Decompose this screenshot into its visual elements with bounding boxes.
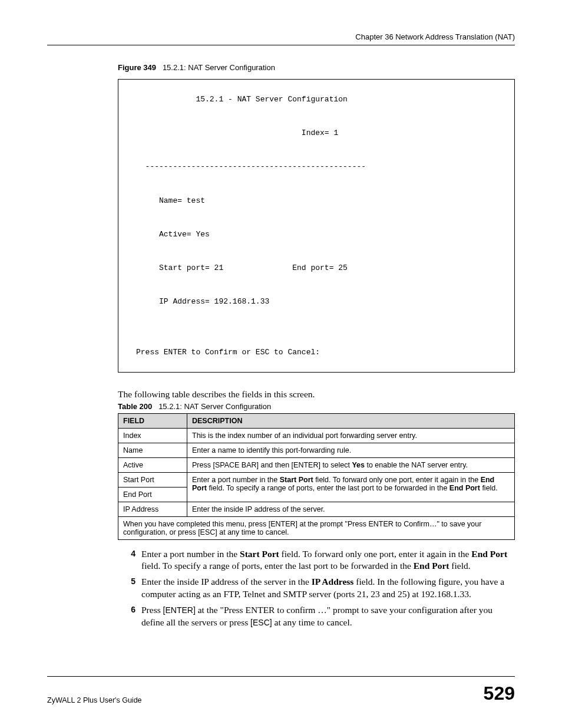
page: Chapter 36 Network Address Translation (… bbox=[0, 0, 562, 728]
col-header-description: DESCRIPTION bbox=[187, 413, 515, 428]
table-row: Active Press [SPACE BAR] and then [ENTER… bbox=[118, 457, 515, 472]
cell-desc: Enter a name to identify this port-forwa… bbox=[187, 443, 515, 457]
step-item: 4 Enter a port number in the Start Port … bbox=[118, 548, 515, 573]
cell-desc: This is the index number of an individua… bbox=[187, 428, 515, 443]
cell-field: Index bbox=[118, 428, 187, 443]
cell-desc: Enter the inside IP address of the serve… bbox=[187, 502, 515, 516]
table-footer-row: When you have completed this menu, press… bbox=[118, 516, 515, 539]
step-number: 4 bbox=[118, 548, 141, 573]
table-row: Index This is the index number of an ind… bbox=[118, 428, 515, 443]
terminal-screen: 15.2.1 - NAT Server Configuration Index=… bbox=[118, 79, 515, 373]
table-intro-text: The following table describes the fields… bbox=[118, 389, 515, 400]
cell-field: Start Port bbox=[118, 472, 187, 487]
table-caption: Table 200 15.2.1: NAT Server Configurati… bbox=[118, 402, 515, 411]
table-header-row: FIELD DESCRIPTION bbox=[118, 413, 515, 428]
chapter-heading: Chapter 36 Network Address Translation (… bbox=[47, 32, 515, 41]
step-text: Enter the inside IP address of the serve… bbox=[141, 576, 515, 601]
footer-page-number: 529 bbox=[484, 683, 515, 704]
col-header-field: FIELD bbox=[118, 413, 187, 428]
footer-guide-name: ZyWALL 2 Plus User's Guide bbox=[47, 696, 142, 704]
step-text: Enter a port number in the Start Port fi… bbox=[141, 548, 515, 573]
table-row: IP Address Enter the inside IP address o… bbox=[118, 502, 515, 516]
field-description-table: FIELD DESCRIPTION Index This is the inde… bbox=[118, 413, 515, 540]
table-row: Start Port Enter a port number in the St… bbox=[118, 472, 515, 487]
page-footer: ZyWALL 2 Plus User's Guide 529 bbox=[47, 676, 515, 704]
figure-caption: Figure 349 15.2.1: NAT Server Configurat… bbox=[118, 63, 515, 72]
cell-field: IP Address bbox=[118, 502, 187, 516]
figure-label: Figure 349 bbox=[118, 63, 156, 72]
cell-desc: Press [SPACE BAR] and then [ENTER] to se… bbox=[187, 457, 515, 472]
horizontal-rule-top bbox=[47, 45, 515, 45]
main-content: Figure 349 15.2.1: NAT Server Configurat… bbox=[118, 63, 515, 629]
numbered-steps: 4 Enter a port number in the Start Port … bbox=[118, 548, 515, 630]
table-label: Table 200 bbox=[118, 402, 152, 411]
cell-desc-ports: Enter a port number in the Start Port fi… bbox=[187, 472, 515, 502]
cell-field: End Port bbox=[118, 487, 187, 502]
cell-footer: When you have completed this menu, press… bbox=[118, 516, 515, 539]
step-text: Press [ENTER] at the "Press ENTER to con… bbox=[141, 604, 515, 629]
figure-title: 15.2.1: NAT Server Configuration bbox=[163, 63, 275, 72]
step-number: 6 bbox=[118, 604, 141, 629]
step-number: 5 bbox=[118, 576, 141, 601]
step-item: 6 Press [ENTER] at the "Press ENTER to c… bbox=[118, 604, 515, 629]
cell-field: Active bbox=[118, 457, 187, 472]
table-title: 15.2.1: NAT Server Configuration bbox=[158, 402, 271, 411]
cell-field: Name bbox=[118, 443, 187, 457]
step-item: 5 Enter the inside IP address of the ser… bbox=[118, 576, 515, 601]
table-row: Name Enter a name to identify this port-… bbox=[118, 443, 515, 457]
